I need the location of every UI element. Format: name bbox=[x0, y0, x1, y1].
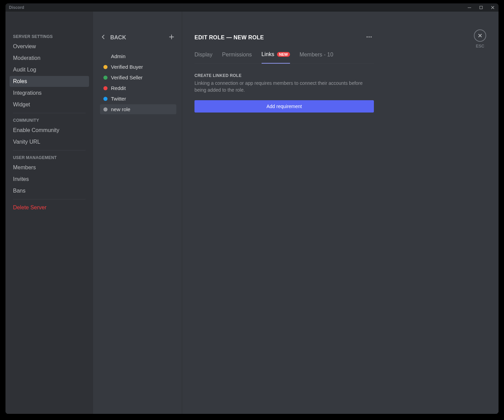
sidebar-section-community: COMMUNITY bbox=[10, 116, 89, 125]
role-color-dot bbox=[103, 76, 108, 80]
sidebar-item-roles[interactable]: Roles bbox=[10, 76, 89, 87]
window-maximize-button[interactable] bbox=[475, 3, 487, 12]
tab-members[interactable]: Members - 10 bbox=[300, 51, 333, 63]
sidebar-item-integrations[interactable]: Integrations bbox=[10, 88, 89, 99]
sidebar-divider bbox=[13, 150, 86, 150]
role-color-dot bbox=[103, 107, 108, 111]
edit-role-panel: EDIT ROLE — NEW ROLE Display Permissions… bbox=[182, 12, 401, 414]
role-list-label: Reddit bbox=[111, 85, 126, 91]
sidebar-item-audit-log[interactable]: Audit Log bbox=[10, 64, 89, 75]
window-minimize-button[interactable] bbox=[464, 3, 475, 12]
window-close-button[interactable] bbox=[487, 3, 499, 12]
tab-display[interactable]: Display bbox=[194, 51, 212, 63]
new-badge: NEW bbox=[277, 52, 290, 57]
role-list-label: Admin bbox=[111, 53, 126, 59]
sidebar-item-bans[interactable]: Bans bbox=[10, 185, 89, 196]
role-color-dot bbox=[103, 54, 108, 58]
window-titlebar: Discord bbox=[5, 3, 499, 12]
add-requirement-button[interactable]: Add requirement bbox=[194, 100, 374, 113]
more-options-button[interactable] bbox=[364, 32, 374, 43]
sidebar-item-vanity-url[interactable]: Vanity URL bbox=[10, 136, 89, 147]
role-list-item[interactable]: Verified Seller bbox=[100, 73, 176, 82]
sidebar-item-enable-community[interactable]: Enable Community bbox=[10, 125, 89, 136]
back-button[interactable]: BACK bbox=[100, 34, 126, 42]
arrow-left-icon bbox=[100, 34, 107, 42]
svg-point-4 bbox=[370, 36, 371, 37]
sidebar-item-overview[interactable]: Overview bbox=[10, 41, 89, 52]
sidebar-item-invites[interactable]: Invites bbox=[10, 174, 89, 185]
sidebar-divider bbox=[13, 113, 86, 113]
tab-links[interactable]: Links NEW bbox=[262, 51, 290, 64]
close-settings-button[interactable] bbox=[474, 29, 486, 42]
svg-rect-1 bbox=[480, 6, 482, 9]
sidebar-item-members[interactable]: Members bbox=[10, 162, 89, 173]
add-role-button[interactable] bbox=[167, 32, 176, 43]
window-title: Discord bbox=[9, 5, 24, 10]
sidebar-item-delete-server[interactable]: Delete Server bbox=[10, 202, 89, 213]
svg-point-3 bbox=[368, 36, 369, 37]
svg-rect-0 bbox=[468, 8, 471, 8]
sidebar-section-user-management: USER MANAGEMENT bbox=[10, 153, 89, 162]
sidebar-section-server-settings: SERVER SETTINGS bbox=[10, 32, 89, 41]
back-label: BACK bbox=[110, 35, 126, 41]
role-color-dot bbox=[103, 65, 108, 69]
linked-role-heading: CREATE LINKED ROLE bbox=[194, 73, 374, 78]
sidebar-divider bbox=[13, 199, 86, 199]
roles-list-column: BACK Admin Verified Buyer bbox=[93, 12, 182, 414]
sidebar-item-moderation[interactable]: Moderation bbox=[10, 53, 89, 64]
svg-point-2 bbox=[367, 36, 368, 37]
role-list-item[interactable]: Twitter bbox=[100, 94, 176, 104]
close-settings-label: ESC bbox=[474, 44, 486, 49]
role-color-dot bbox=[103, 86, 108, 90]
sidebar-item-widget[interactable]: Widget bbox=[10, 99, 89, 110]
role-list-label: new role bbox=[111, 106, 130, 112]
role-list-item[interactable]: Admin bbox=[100, 51, 176, 61]
linked-role-description: Linking a connection or app requires mem… bbox=[194, 80, 374, 93]
role-list-label: Verified Seller bbox=[111, 75, 143, 80]
role-list-item[interactable]: Verified Buyer bbox=[100, 62, 176, 72]
role-list-item[interactable]: Reddit bbox=[100, 83, 176, 93]
role-list-label: Twitter bbox=[111, 96, 126, 102]
role-list-label: Verified Buyer bbox=[111, 64, 143, 70]
tab-permissions[interactable]: Permissions bbox=[222, 51, 252, 63]
role-list-item[interactable]: new role bbox=[100, 104, 176, 114]
settings-sidebar: SERVER SETTINGS Overview Moderation Audi… bbox=[5, 12, 93, 414]
edit-role-tabs: Display Permissions Links NEW Members - … bbox=[194, 51, 374, 64]
edit-role-title: EDIT ROLE — NEW ROLE bbox=[194, 35, 264, 41]
role-color-dot bbox=[103, 97, 108, 101]
